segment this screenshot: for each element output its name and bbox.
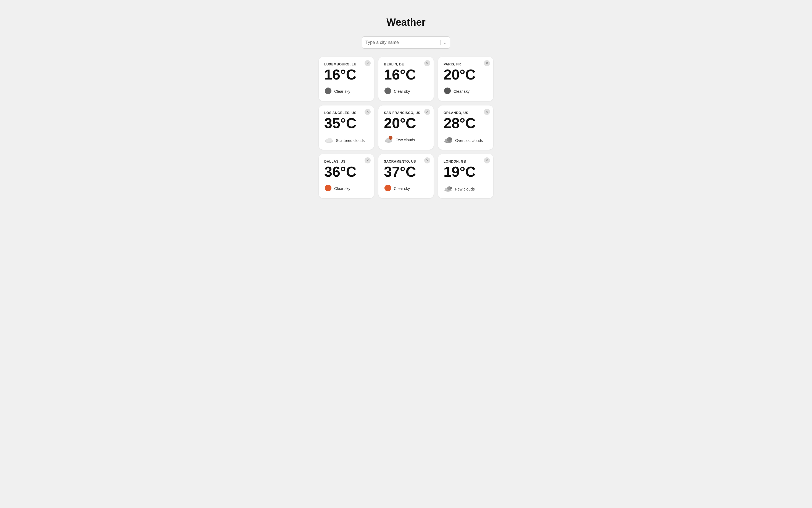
weather-condition: Clear sky (384, 87, 428, 95)
weather-card-luxembourg: ✕ LUXEMBOURG, LU 16°C Clear sky (319, 57, 374, 101)
svg-point-5 (328, 138, 332, 142)
svg-point-19 (450, 187, 452, 189)
temperature: 37°C (384, 165, 428, 179)
city-label: LONDON, GB (444, 160, 488, 163)
city-label: SAN FRANCISCO, US (384, 111, 428, 115)
temperature: 16°C (384, 68, 428, 82)
temperature: 20°C (444, 68, 488, 82)
temperature: 28°C (444, 116, 488, 130)
weather-condition: Clear sky (444, 87, 488, 95)
weather-condition: Clear sky (324, 87, 368, 95)
condition-label: Clear sky (334, 89, 350, 94)
svg-point-9 (389, 136, 393, 140)
close-button-berlin[interactable]: ✕ (424, 60, 430, 66)
condition-label: Few clouds (455, 187, 475, 191)
weather-icon (444, 185, 453, 193)
temperature: 19°C (444, 165, 488, 179)
condition-label: Clear sky (394, 89, 410, 94)
search-input[interactable] (365, 40, 438, 45)
close-button-losangeles[interactable]: ✕ (365, 109, 371, 115)
weather-condition: Few clouds (384, 135, 428, 144)
weather-card-losangeles: ✕ LOS ANGELES, US 35°C Scattered clouds (319, 105, 374, 150)
close-button-orlando[interactable]: ✕ (484, 109, 490, 115)
weather-condition: Few clouds (444, 185, 488, 193)
close-button-paris[interactable]: ✕ (484, 60, 490, 66)
weather-grid: ✕ LUXEMBOURG, LU 16°C Clear sky ✕ BERLIN… (319, 57, 493, 198)
condition-label: Clear sky (394, 186, 410, 191)
svg-point-14 (325, 185, 331, 191)
weather-condition: Scattered clouds (324, 137, 368, 144)
close-button-luxembourg[interactable]: ✕ (365, 60, 371, 66)
svg-point-2 (444, 87, 451, 94)
city-label: LOS ANGELES, US (324, 111, 368, 115)
close-button-london[interactable]: ✕ (484, 157, 490, 163)
condition-label: Clear sky (453, 89, 470, 94)
weather-card-sanfrancisco: ✕ SAN FRANCISCO, US 20°C Few clouds (378, 105, 434, 150)
weather-card-dallas: ✕ DALLAS, US 36°C Clear sky (319, 154, 374, 198)
weather-card-sacramento: ✕ SACRAMENTO, US 37°C Clear sky (378, 154, 434, 198)
city-label: SACRAMENTO, US (384, 160, 428, 163)
city-label: BERLIN, DE (384, 62, 428, 66)
temperature: 16°C (324, 68, 368, 82)
weather-icon (324, 137, 334, 144)
condition-label: Overcast clouds (455, 138, 483, 143)
weather-icon (384, 87, 392, 95)
close-button-dallas[interactable]: ✕ (365, 157, 371, 163)
page-title: Weather (387, 16, 425, 28)
condition-label: Clear sky (334, 186, 350, 191)
temperature: 35°C (324, 116, 368, 130)
weather-condition: Overcast clouds (444, 137, 488, 144)
weather-condition: Clear sky (384, 184, 428, 193)
weather-card-berlin: ✕ BERLIN, DE 16°C Clear sky (378, 57, 434, 101)
city-label: ORLANDO, US (444, 111, 488, 115)
svg-point-0 (325, 87, 331, 94)
dropdown-icon[interactable]: ⌄ (440, 40, 447, 45)
svg-point-13 (449, 137, 452, 140)
svg-point-15 (384, 185, 391, 191)
search-bar: ⌄ (362, 36, 450, 49)
weather-icon (324, 184, 332, 193)
weather-icon (444, 137, 453, 144)
temperature: 36°C (324, 165, 368, 179)
condition-label: Scattered clouds (336, 138, 365, 143)
weather-card-orlando: ✕ ORLANDO, US 28°C Overcast clouds (438, 105, 493, 150)
weather-condition: Clear sky (324, 184, 368, 193)
svg-point-1 (384, 87, 391, 94)
city-label: DALLAS, US (324, 160, 368, 163)
weather-icon (384, 184, 392, 193)
temperature: 20°C (384, 116, 428, 130)
close-button-sanfrancisco[interactable]: ✕ (424, 109, 430, 115)
weather-card-paris: ✕ PARIS, FR 20°C Clear sky (438, 57, 493, 101)
close-button-sacramento[interactable]: ✕ (424, 157, 430, 163)
weather-icon (384, 135, 393, 144)
weather-card-london: ✕ LONDON, GB 19°C Few clouds (438, 154, 493, 198)
city-label: LUXEMBOURG, LU (324, 62, 368, 66)
weather-icon (324, 87, 332, 95)
weather-icon (444, 87, 451, 95)
condition-label: Few clouds (396, 138, 415, 142)
city-label: PARIS, FR (444, 62, 488, 66)
